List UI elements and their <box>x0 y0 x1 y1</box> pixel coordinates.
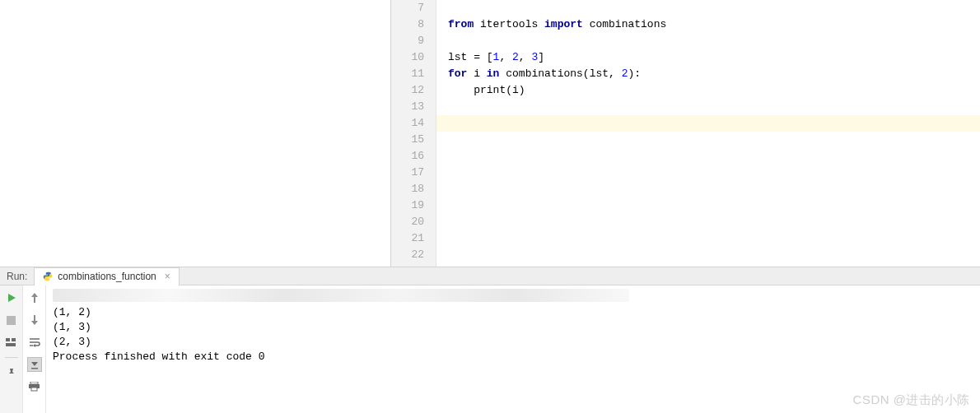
line-number: 8 <box>391 16 424 33</box>
pin-button[interactable] <box>4 365 19 380</box>
code-line <box>436 148 980 165</box>
svg-rect-4 <box>30 382 38 384</box>
run-tab-title: combinations_function <box>58 271 156 282</box>
line-number: 16 <box>391 148 424 165</box>
code-line <box>436 181 980 197</box>
scroll-to-end-button[interactable] <box>27 357 42 372</box>
code-editor[interactable]: 7 8 9 10 11 12 13 14 15 16 17 18 19 20 2… <box>391 0 980 267</box>
code-line <box>436 214 980 230</box>
code-line-current <box>436 115 980 132</box>
code-line <box>436 197 980 214</box>
line-number: 10 <box>391 49 424 66</box>
run-button[interactable] <box>4 290 19 305</box>
line-number: 9 <box>391 33 424 49</box>
code-line <box>436 0 980 16</box>
line-number: 18 <box>391 181 424 197</box>
layout-button[interactable] <box>4 335 19 350</box>
line-number: 15 <box>391 132 424 148</box>
line-number: 14 <box>391 115 424 132</box>
close-icon[interactable]: × <box>165 271 170 282</box>
blurred-command-line <box>53 289 629 302</box>
svg-rect-2 <box>12 338 16 341</box>
svg-rect-3 <box>6 343 16 346</box>
up-button[interactable] <box>27 290 42 305</box>
code-line: print(i) <box>436 82 980 99</box>
code-line: lst = [1, 2, 3] <box>436 49 980 66</box>
line-number-gutter: 7 8 9 10 11 12 13 14 15 16 17 18 19 20 2… <box>391 0 436 267</box>
svg-rect-1 <box>6 338 10 341</box>
project-panel <box>0 0 391 267</box>
run-panel: Run: combinations_function × <box>0 267 980 413</box>
code-line: for i in combinations(lst, 2): <box>436 66 980 82</box>
line-number: 17 <box>391 165 424 181</box>
output-line: (2, 3) <box>53 335 973 350</box>
output-line: (1, 3) <box>53 320 973 335</box>
run-body: (1, 2) (1, 3) (2, 3) Process finished wi… <box>0 285 980 413</box>
line-number: 12 <box>391 82 424 99</box>
code-line <box>436 33 980 49</box>
python-icon <box>43 271 53 281</box>
editor-area: 7 8 9 10 11 12 13 14 15 16 17 18 19 20 2… <box>0 0 980 267</box>
down-button[interactable] <box>27 313 42 327</box>
softwrap-button[interactable] <box>27 335 42 350</box>
code-line <box>436 230 980 247</box>
svg-rect-6 <box>31 387 37 391</box>
run-toolbar-primary <box>0 285 23 413</box>
exit-message: Process finished with exit code 0 <box>53 350 973 364</box>
run-header: Run: combinations_function × <box>0 267 980 285</box>
code-line <box>436 132 980 148</box>
line-number: 20 <box>391 214 424 230</box>
line-number: 22 <box>391 247 424 263</box>
svg-rect-0 <box>7 316 16 325</box>
code-line <box>436 247 980 263</box>
line-number: 13 <box>391 99 424 115</box>
run-toolbar-secondary <box>23 285 46 413</box>
output-line: (1, 2) <box>53 305 973 320</box>
code-line: from itertools import combinations <box>436 16 980 33</box>
line-number: 7 <box>391 0 424 16</box>
run-tab[interactable]: combinations_function × <box>34 267 179 285</box>
print-button[interactable] <box>27 379 42 394</box>
line-number: 21 <box>391 230 424 247</box>
line-number: 11 <box>391 66 424 82</box>
separator <box>5 357 18 358</box>
stop-button[interactable] <box>4 313 19 327</box>
code-line <box>436 99 980 115</box>
run-label: Run: <box>7 271 27 282</box>
console-output[interactable]: (1, 2) (1, 3) (2, 3) Process finished wi… <box>46 285 980 413</box>
code-line <box>436 165 980 181</box>
code-text-area[interactable]: from itertools import combinations lst =… <box>436 0 980 267</box>
line-number: 19 <box>391 197 424 214</box>
